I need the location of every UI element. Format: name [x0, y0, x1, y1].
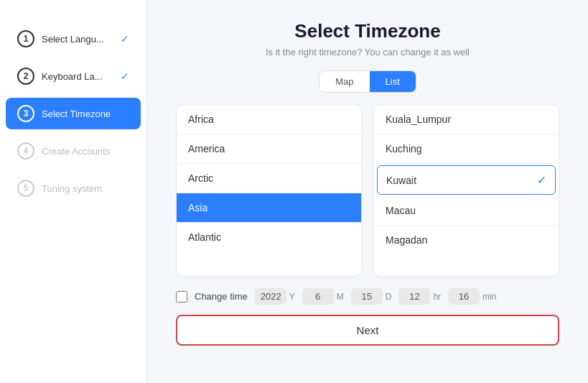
day-field-group: D: [351, 288, 392, 305]
day-input[interactable]: [351, 288, 383, 305]
checkmark-icon-2: ✓: [121, 70, 129, 82]
month-unit: M: [337, 292, 344, 302]
list-item[interactable]: Kuching: [374, 134, 559, 164]
list-item[interactable]: Macau: [374, 196, 559, 226]
list-item[interactable]: Arctic: [177, 164, 361, 193]
step-number-4: 4: [17, 142, 34, 160]
sidebar: 1 Select Langu... ✓ 2 Keyboard La... ✓ 3…: [0, 0, 147, 383]
list-item[interactable]: Kuala_Lumpur: [374, 105, 559, 134]
sidebar-item-label-4: Create Accounts: [42, 146, 129, 157]
sidebar-item-label-3: Select Timezone: [42, 109, 129, 119]
step-number-2: 2: [17, 68, 34, 85]
change-time-checkbox[interactable]: [176, 291, 187, 303]
list-item-kuwait[interactable]: Kuwait ✓: [377, 165, 556, 195]
day-unit: D: [386, 292, 392, 302]
sidebar-item-label-5: Tuning system: [42, 183, 129, 194]
year-field-group: Y: [255, 288, 295, 305]
sidebar-item-accounts: 4 Create Accounts: [6, 135, 141, 167]
hour-unit: hr: [433, 292, 441, 302]
min-unit: min: [482, 292, 496, 302]
sidebar-item-label-2: Keyboard La...: [42, 71, 113, 82]
hour-input[interactable]: [398, 288, 430, 305]
region-list[interactable]: Africa America Arctic Asia Atlantic: [176, 104, 362, 277]
checkmark-icon-1: ✓: [121, 33, 129, 45]
month-input[interactable]: [302, 288, 334, 305]
city-list[interactable]: Kuala_Lumpur Kuching Kuwait ✓ Macau Maga…: [373, 104, 559, 277]
list-item[interactable]: America: [177, 134, 361, 164]
year-unit: Y: [289, 292, 295, 302]
sidebar-item-language[interactable]: 1 Select Langu... ✓: [6, 23, 141, 55]
sidebar-item-timezone[interactable]: 3 Select Timezone: [6, 98, 141, 129]
list-item[interactable]: Atlantic: [177, 223, 361, 252]
page-title: Select Timezone: [294, 20, 440, 42]
list-item[interactable]: Africa: [177, 105, 361, 134]
step-number-5: 5: [17, 180, 34, 197]
selected-checkmark-icon: ✓: [537, 173, 546, 187]
step-number-1: 1: [17, 30, 34, 47]
list-toggle-button[interactable]: List: [370, 71, 416, 92]
view-toggle: Map List: [319, 70, 416, 93]
list-item[interactable]: Magadan: [374, 226, 559, 254]
city-name-kuwait: Kuwait: [386, 175, 416, 186]
next-button[interactable]: Next: [176, 315, 559, 346]
main-content: Select Timezone Is it the right timezone…: [147, 0, 588, 383]
step-number-3: 3: [17, 105, 34, 122]
change-time-row: Change time Y M D hr min: [176, 288, 559, 305]
hour-field-group: hr: [398, 288, 441, 305]
change-time-label: Change time: [195, 291, 248, 302]
year-input[interactable]: [255, 288, 286, 305]
page-subtitle: Is it the right timezone? You can change…: [266, 47, 470, 57]
min-field-group: min: [448, 288, 496, 305]
month-field-group: M: [302, 288, 344, 305]
timezone-lists: Africa America Arctic Asia Atlantic Kual…: [176, 104, 559, 277]
map-toggle-button[interactable]: Map: [319, 71, 369, 92]
sidebar-item-keyboard[interactable]: 2 Keyboard La... ✓: [6, 60, 141, 92]
list-item-asia[interactable]: Asia: [177, 193, 361, 223]
sidebar-item-label-1: Select Langu...: [42, 34, 113, 45]
sidebar-item-tuning: 5 Tuning system: [6, 172, 141, 204]
min-input[interactable]: [448, 288, 480, 305]
